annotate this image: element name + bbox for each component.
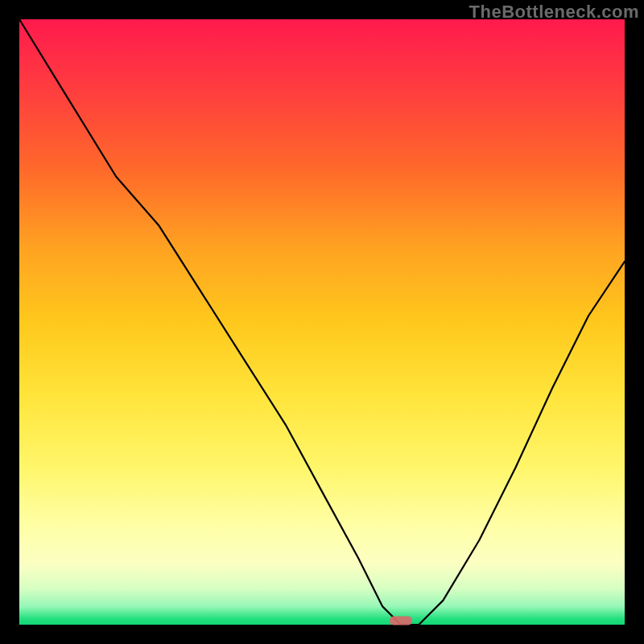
bottleneck-curve bbox=[19, 19, 625, 625]
plot-area bbox=[19, 19, 625, 625]
curve-path bbox=[19, 19, 625, 625]
chart-canvas: TheBottleneck.com bbox=[0, 0, 644, 644]
optimum-marker bbox=[390, 617, 412, 625]
watermark-text: TheBottleneck.com bbox=[469, 2, 639, 23]
